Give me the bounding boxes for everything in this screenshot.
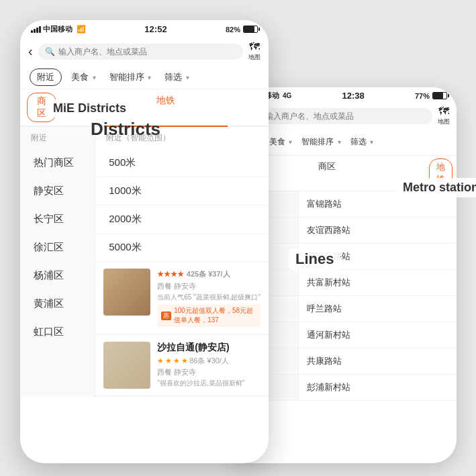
filter-food-front[interactable]: 美食 ▾: [64, 66, 103, 88]
back-arrow-front[interactable]: ‹: [28, 44, 33, 59]
tab-shangqu-front[interactable]: 商区: [27, 93, 56, 122]
station-7[interactable]: 共康路站: [299, 348, 457, 375]
restaurant-info-2: 沙拉自通(静安店) ★★★★ 86条 ¥30/人 西餐 静安寺 "很喜欢的沙拉店…: [157, 342, 260, 389]
dist-5000[interactable]: 5000米: [95, 234, 269, 262]
stations-panel: 富锦路站 友谊西路站 宝安公路站 共富新村站 呼兰路站 通河新村站 共康路站 彭…: [299, 191, 457, 401]
filter-sort-back[interactable]: 智能排序 ▾: [297, 132, 345, 152]
stars-2: ★★★★ 86条 ¥30/人: [157, 356, 260, 366]
restaurant-tag-1: 当前人气65 "蔬菜很新鲜,超级爽口": [157, 293, 260, 302]
filter-food-back[interactable]: 美食 ▾: [265, 132, 297, 152]
thumb-image-2: [103, 342, 150, 389]
districts-panel: 附近 热门商区 静安区 长宁区 徐汇区 杨浦区 黄浦区 虹口区: [20, 127, 95, 397]
filter-sort-front[interactable]: 智能排序 ▾: [103, 66, 158, 88]
district-hot[interactable]: 热门商区: [20, 149, 95, 177]
signal-icon-front: [31, 26, 41, 33]
restaurant-type-2: 西餐 静安寺: [157, 367, 260, 377]
station-8[interactable]: 彭浦新村站: [299, 375, 457, 401]
district-xuhui[interactable]: 徐汇区: [20, 234, 95, 262]
time-front: 12:52: [144, 24, 166, 34]
tab-metro-front[interactable]: 地铁: [63, 89, 269, 126]
promo-icon-1: 惠: [161, 312, 171, 320]
filter-filter-back[interactable]: 筛选 ▾: [346, 132, 378, 152]
restaurant-name-2: 沙拉自通(静安店): [157, 342, 260, 354]
front-phone: 中国移动 📶 12:52 82% ‹ 🔍 🗺 地图 附近 美食 ▾ 智能排序 ▾…: [20, 20, 269, 463]
restaurant-type-1: 西餐 静安寺: [157, 281, 260, 291]
map-label-back: 地图: [438, 117, 450, 126]
search-row-front: ‹ 🔍 🗺 地图: [20, 37, 269, 66]
restaurant-tag-2: "很喜欢的沙拉店,菜品很新鲜": [157, 379, 260, 388]
search-input-back[interactable]: [265, 111, 426, 121]
promo-bar-1: 惠 100元超值双人餐，58元超值单人餐，137: [157, 304, 260, 327]
station-2[interactable]: 友谊西路站: [299, 218, 457, 244]
station-3[interactable]: 宝安公路站: [299, 244, 457, 270]
thumb-image-1: [103, 269, 150, 316]
dist-500[interactable]: 500米: [95, 149, 269, 177]
wifi-icon-front: 📶: [77, 25, 86, 34]
map-icon-front: 🗺: [249, 41, 260, 53]
nearby-smart-label: 附近（智能范围）: [95, 127, 269, 149]
filter-nearby-front[interactable]: 附近: [30, 68, 62, 86]
search-input-front[interactable]: [58, 47, 236, 56]
search-box-back[interactable]: 🔍: [245, 108, 432, 124]
restaurant-section-front: ★★★★ 425条 ¥37/人 西餐 静安寺 当前人气65 "蔬菜很新鲜,超级爽…: [95, 262, 269, 397]
tab-metro-back[interactable]: 地铁: [429, 158, 453, 188]
network-back: 4G: [283, 92, 291, 99]
battery-icon-back: [432, 92, 447, 99]
district-changning[interactable]: 长宁区: [20, 205, 95, 234]
restaurant-thumb-2: [103, 342, 150, 389]
station-5[interactable]: 呼兰路站: [299, 296, 457, 322]
battery-pct-front: 82%: [226, 26, 240, 34]
station-1[interactable]: 富锦路站: [299, 191, 457, 218]
map-label-front: 地图: [248, 53, 260, 62]
carrier-front: 中国移动: [43, 24, 73, 34]
restaurant-thumb-1: [103, 269, 150, 316]
district-jingan[interactable]: 静安区: [20, 177, 95, 205]
station-4[interactable]: 共富新村站: [299, 270, 457, 296]
filter-filter-front[interactable]: 筛选 ▾: [158, 66, 196, 88]
district-yangpu[interactable]: 杨浦区: [20, 262, 95, 290]
right-panel-front: 附近（智能范围） 500米 1000米 2000米 5000米 ★★★★ 425…: [95, 127, 269, 397]
nearby-label: 附近: [20, 127, 95, 149]
sub-tabs-front: 商区 地铁: [20, 89, 269, 127]
search-box-front[interactable]: 🔍: [38, 44, 243, 60]
restaurant-info-1: ★★★★ 425条 ¥37/人 西餐 静安寺 当前人气65 "蔬菜很新鲜,超级爽…: [157, 269, 260, 327]
station-6[interactable]: 通河新村站: [299, 322, 457, 348]
filter-row-front: 附近 美食 ▾ 智能排序 ▾ 筛选 ▾: [20, 66, 269, 89]
restaurant-card-2[interactable]: 沙拉自通(静安店) ★★★★ 86条 ¥30/人 西餐 静安寺 "很喜欢的沙拉店…: [95, 335, 269, 395]
restaurant-name-1: ★★★★ 425条 ¥37/人: [157, 269, 260, 279]
district-hongkou[interactable]: 虹口区: [20, 318, 95, 346]
map-button-back[interactable]: 🗺 地图: [438, 105, 450, 126]
restaurant-card-1[interactable]: ★★★★ 425条 ¥37/人 西餐 静安寺 当前人气65 "蔬菜很新鲜,超级爽…: [95, 262, 269, 334]
battery-icon-front: [243, 26, 258, 33]
map-icon-back: 🗺: [438, 105, 449, 117]
dist-2000[interactable]: 2000米: [95, 205, 269, 234]
district-huangpu[interactable]: 黄浦区: [20, 290, 95, 318]
dist-1000[interactable]: 1000米: [95, 177, 269, 205]
map-button-front[interactable]: 🗺 地图: [248, 41, 260, 62]
search-icon-front: 🔍: [45, 47, 55, 56]
main-split-front: 附近 热门商区 静安区 长宁区 徐汇区 杨浦区 黄浦区 虹口区 附近（智能范围）…: [20, 127, 269, 397]
battery-pct-back: 77%: [415, 92, 430, 100]
time-back: 12:38: [342, 91, 365, 101]
promo-text-1: 100元超值双人餐，58元超值单人餐，137: [174, 306, 256, 325]
status-bar-front: 中国移动 📶 12:52 82%: [20, 20, 269, 37]
